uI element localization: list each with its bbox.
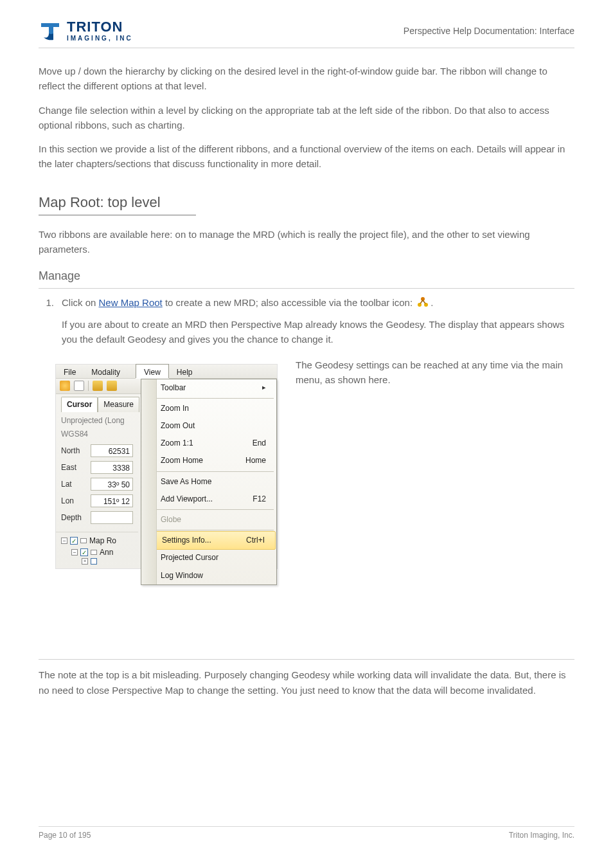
menu-file[interactable]: File [56,365,84,378]
maproot-body: Two ribbons are available here: on to ma… [39,227,574,257]
label-lat: Lat [61,478,87,491]
section-underline [39,215,196,215]
view-dropdown: Toolbar Zoom In Zoom Out Zoom 1:1End Zoo… [141,379,277,585]
body: Move up / down the hierarchy by clicking… [39,64,574,698]
footer-company: Triton Imaging, Inc. [509,831,574,840]
collapse-icon[interactable]: − [61,538,67,544]
value-lat[interactable]: 33º 50 [91,478,133,491]
value-lon[interactable]: 151º 12 [91,494,133,507]
dd-zoom-11[interactable]: Zoom 1:1End [141,435,276,452]
field-depth: Depth [61,511,133,524]
field-lon: Lon 151º 12 [61,494,133,507]
dd-save-home[interactable]: Save As Home [141,473,276,491]
expand-icon[interactable]: + [82,558,88,565]
text-run: Click on [62,297,99,308]
brand-sub: IMAGING, INC [67,35,133,42]
intro-p1: Move up / down the hierarchy by clicking… [39,64,574,94]
tree-row-ann[interactable]: − ✓ Ann [61,547,133,558]
node-icon [91,550,97,555]
label-depth: Depth [61,512,87,524]
collapse-icon[interactable]: − [71,549,78,556]
field-east: East 3338 [61,461,133,474]
dd-log-window[interactable]: Log Window [141,567,276,584]
node-icon [80,538,87,543]
dd-toolbar[interactable]: Toolbar [141,379,276,397]
text-run: to create a new MRD; also accessible via… [165,297,413,308]
dd-settings-info[interactable]: Settings Info...Ctrl+I [142,531,276,550]
svg-point-1 [418,303,422,307]
dd-add-viewport[interactable]: Add Viewport...F12 [141,491,276,508]
intro-p3: In this section we provide a list of the… [39,141,574,172]
layer-tree: − ✓ Map Ro − ✓ Ann + [56,532,138,568]
tree-row-maproot[interactable]: − ✓ Map Ro [61,535,133,547]
dd-zoom-out[interactable]: Zoom Out [141,417,276,435]
section-title-maproot: Map Root: top level [39,191,574,213]
value-east[interactable]: 3338 [91,461,133,474]
list-content: Click on New Map Root to create a new MR… [62,295,574,347]
projection-line2: WGS84 [61,428,133,440]
projection-line1: Unprojected (Long [61,415,133,427]
logo-text: TRITON IMAGING, INC [67,20,133,42]
tab-cursor[interactable]: Cursor [61,397,98,412]
new-map-root-link[interactable]: New Map Root [99,297,163,308]
dd-separator [144,471,274,472]
tree-row-partial: + [61,558,133,565]
dd-zoom-in[interactable]: Zoom In [141,400,276,417]
label-lon: Lon [61,495,87,507]
tree-label: Ann [100,547,113,558]
panel-tabs: Cursor Measure [61,397,133,412]
dd-separator [144,530,274,530]
bottom-rule [39,659,574,660]
toolbar-separator [88,381,89,391]
menu-help[interactable]: Help [169,365,200,378]
tab-measure[interactable]: Measure [98,397,139,412]
dd-separator [144,398,274,399]
field-north: North 62531 [61,444,133,457]
list-item-1: 1. Click on New Map Root to create a new… [41,295,574,347]
menu-modality[interactable]: Modality [84,365,128,378]
side-text: The Geodesy settings can be reached at a… [296,356,574,570]
checkbox-icon[interactable] [91,558,97,565]
subsection-title-manage: Manage [39,267,574,285]
menu-bar: File Modality View Help [56,365,277,379]
checkbox-icon[interactable]: ✓ [70,537,78,545]
dd-separator [144,509,274,510]
checkbox-icon[interactable]: ✓ [80,548,88,556]
footer-page: Page 10 of 195 [39,831,91,840]
toolbar-new-icon[interactable] [60,381,70,391]
subsection-rule [39,288,574,289]
svg-line-3 [420,300,423,303]
toolbar-open-icon[interactable] [93,381,103,391]
value-depth[interactable] [91,511,133,524]
field-lat: Lat 33º 50 [61,478,133,491]
label-east: East [61,462,87,474]
menu-view[interactable]: View [136,364,169,378]
page-header: TRITON IMAGING, INC Perspective Help Doc… [39,19,574,48]
intro-p2: Change file selection within a level by … [39,103,574,133]
tree-label: Map Ro [89,535,116,547]
label-north: North [61,445,87,457]
value-north[interactable]: 62531 [91,444,133,457]
logo-mark [39,19,62,42]
list-number: 1. [41,295,54,310]
geodesy-note: The Geodesy settings can be reached at a… [296,357,574,388]
svg-point-2 [424,303,428,307]
new-map-root-icon [416,296,429,312]
ui-screenshot: File Modality View Help Toolbar Zoom In … [55,364,278,570]
dropdown-gutter [141,379,157,584]
toolbar-page-icon[interactable] [74,381,84,391]
toolbar-folder-icon[interactable] [107,381,117,391]
text-run: If you are about to create an MRD then P… [62,319,564,345]
dd-projected-cursor[interactable]: Projected Cursor [141,549,276,566]
left-panel: Cursor Measure Unprojected (Long WGS84 N… [56,394,138,526]
dd-globe: Globe [141,511,276,529]
brand-logo: TRITON IMAGING, INC [39,19,133,42]
bottom-note: The note at the top is a bit misleading.… [39,667,574,698]
svg-line-4 [423,300,425,303]
page-footer: Page 10 of 195 Triton Imaging, Inc. [39,826,574,840]
dd-zoom-home[interactable]: Zoom HomeHome [141,452,276,469]
document-title: Perspective Help Documentation: Interfac… [133,26,574,36]
brand-name: TRITON [67,20,133,34]
